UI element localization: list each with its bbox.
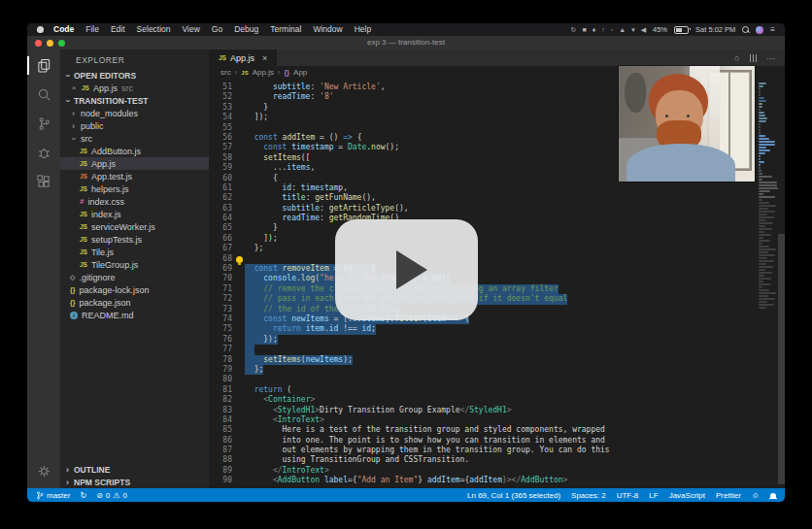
close-editor-icon[interactable]: × — [70, 83, 78, 92]
tree-item-serviceworker.js[interactable]: JSserviceWorker.js — [60, 220, 209, 233]
spotlight-icon[interactable] — [742, 26, 749, 33]
section-outline[interactable]: ›OUTLINE — [60, 463, 209, 476]
line-number: 53 — [209, 103, 232, 113]
siri-icon[interactable] — [756, 26, 763, 34]
minimap-line — [759, 234, 771, 236]
tab-app-js[interactable]: JS App.js × — [209, 50, 277, 66]
menu-go[interactable]: Go — [206, 23, 228, 36]
breadcrumb-item-app[interactable]: App — [293, 68, 307, 77]
tree-item-addbutton.js[interactable]: JSAddButton.js — [60, 145, 209, 157]
minimap-line — [759, 132, 761, 134]
menu-extra-icon[interactable]: ♦ — [592, 26, 596, 34]
menu-extra-icon[interactable]: ◀ — [641, 26, 646, 34]
feedback-smiley-icon[interactable]: ☺ — [752, 491, 760, 500]
project-section[interactable]: › TRANSITION-TEST — [60, 94, 209, 107]
debug-icon[interactable] — [32, 142, 55, 164]
code-text: into one. The point is to show how you c… — [245, 436, 605, 446]
more-actions-icon[interactable]: ··· — [766, 53, 775, 63]
lightbulb-icon[interactable] — [236, 256, 243, 263]
menu-extra-icon[interactable]: ↑ — [601, 26, 605, 34]
search-icon[interactable] — [32, 83, 55, 106]
breadcrumb-item-src[interactable]: src — [220, 68, 231, 77]
menu-extra-icon[interactable]: ↻ — [571, 26, 577, 34]
tree-item-src[interactable]: ›src — [60, 132, 209, 145]
status-item[interactable]: LF — [649, 491, 658, 500]
tree-item-public[interactable]: ›public — [60, 119, 209, 132]
minimap[interactable] — [759, 66, 778, 488]
minimap-line — [759, 199, 762, 201]
tree-item-setuptests.js[interactable]: JSsetupTests.js — [60, 233, 209, 246]
code-text: <IntroText> — [245, 415, 324, 425]
status-item[interactable]: Ln 69, Col 1 (365 selected) — [467, 491, 560, 500]
webcam-overlay — [619, 66, 755, 182]
apple-logo-icon[interactable] — [37, 26, 44, 33]
tree-item-index.js[interactable]: JSindex.js — [60, 208, 209, 220]
status-item[interactable]: UTF-8 — [617, 491, 639, 500]
tree-item-readme.md[interactable]: iREADME.md — [60, 309, 209, 321]
minimap-line — [759, 251, 768, 253]
tree-item-tile.js[interactable]: JSTile.js — [60, 246, 209, 258]
minimap-line — [759, 202, 769, 204]
code-line-71: 71 // remove the clicked item from the a… — [209, 284, 758, 294]
open-editor-detail: src — [121, 83, 133, 93]
control-center-icon[interactable]: ≡ — [770, 25, 775, 34]
minimap-line — [759, 164, 761, 166]
tree-item-tilegroup.js[interactable]: JSTileGroup.js — [60, 258, 209, 271]
explorer-sidebar: EXPLORER › OPEN EDITORS × JS App.js src … — [60, 50, 209, 488]
source-control-icon[interactable] — [32, 113, 55, 135]
status-item[interactable]: JavaScript — [669, 491, 705, 500]
tree-item-helpers.js[interactable]: JShelpers.js — [60, 182, 209, 195]
line-number: 52 — [209, 92, 232, 102]
tree-item-node_modules[interactable]: ›node_modules — [60, 107, 209, 119]
json-file-icon: {} — [70, 286, 75, 293]
breadcrumb-item-app.js[interactable]: App.js — [253, 68, 274, 77]
explorer-icon[interactable] — [32, 54, 55, 77]
menu-file[interactable]: File — [80, 23, 105, 36]
split-editor-icon[interactable] — [750, 54, 758, 62]
code-line-68: 68 — [209, 254, 758, 264]
menu-extra-icon[interactable]: ■ — [582, 26, 586, 34]
menu-window[interactable]: Window — [307, 23, 348, 36]
open-editors-section[interactable]: › OPEN EDITORS — [60, 69, 209, 82]
menu-code[interactable]: Code — [48, 23, 80, 36]
menu-extra-icon[interactable]: ▾ — [631, 26, 635, 34]
git-branch-item[interactable]: master — [36, 491, 70, 500]
menu-clock[interactable]: Sat 5:02 PM — [695, 25, 735, 34]
problems-item[interactable]: ⊘0 ⚠0 — [96, 491, 127, 500]
menu-selection[interactable]: Selection — [131, 23, 177, 36]
status-item[interactable]: Prettier — [716, 491, 741, 500]
menu-extra-icon[interactable]: ▲ — [619, 26, 626, 34]
open-editor-item[interactable]: × JS App.js src — [60, 82, 209, 94]
line-number: 56 — [209, 133, 232, 143]
menu-extra-icon[interactable]: ◦ — [611, 26, 613, 34]
code-line-75: 75 return item.id !== id; — [209, 324, 758, 334]
section-npm-scripts[interactable]: ›NPM SCRIPTS — [60, 476, 209, 488]
editor-scrollbar[interactable] — [778, 234, 785, 484]
folder-chevron-icon: › — [70, 121, 77, 131]
sync-item[interactable]: ↻ — [80, 491, 86, 500]
minimap-line — [759, 307, 766, 309]
menu-help[interactable]: Help — [349, 23, 377, 36]
tree-item-.gitignore[interactable]: ◇.gitignore — [60, 271, 209, 283]
code-text: subtitle: getArticleType(), — [245, 204, 409, 214]
tree-item-app.test.js[interactable]: JSApp.test.js — [60, 170, 209, 182]
notifications-bell-icon[interactable] — [770, 493, 776, 498]
tab-close-icon[interactable]: × — [262, 53, 267, 63]
menu-edit[interactable]: Edit — [105, 23, 131, 36]
code-line-83: 83 <StyledH1>Dirty Transition Group Exam… — [209, 406, 758, 415]
tree-item-app.js[interactable]: JSApp.js — [60, 157, 209, 170]
menu-terminal[interactable]: Terminal — [264, 23, 307, 36]
tree-item-index.css[interactable]: #index.css — [60, 195, 209, 208]
code-text: setItems([ — [245, 153, 310, 163]
minimap-line — [759, 272, 772, 274]
status-item[interactable]: Spaces: 2 — [571, 491, 606, 500]
play-button-overlay[interactable] — [335, 219, 478, 320]
menu-view[interactable]: View — [177, 23, 206, 36]
menu-debug[interactable]: Debug — [228, 23, 264, 36]
open-changes-icon[interactable]: ○ — [734, 53, 739, 63]
tree-item-package.json[interactable]: {}package.json — [60, 296, 209, 309]
extensions-icon[interactable] — [32, 171, 55, 193]
tree-item-package-lock.json[interactable]: {}package-lock.json — [60, 283, 209, 296]
code-line-79: 79 }; — [209, 365, 758, 375]
settings-gear-icon[interactable] — [32, 460, 55, 482]
